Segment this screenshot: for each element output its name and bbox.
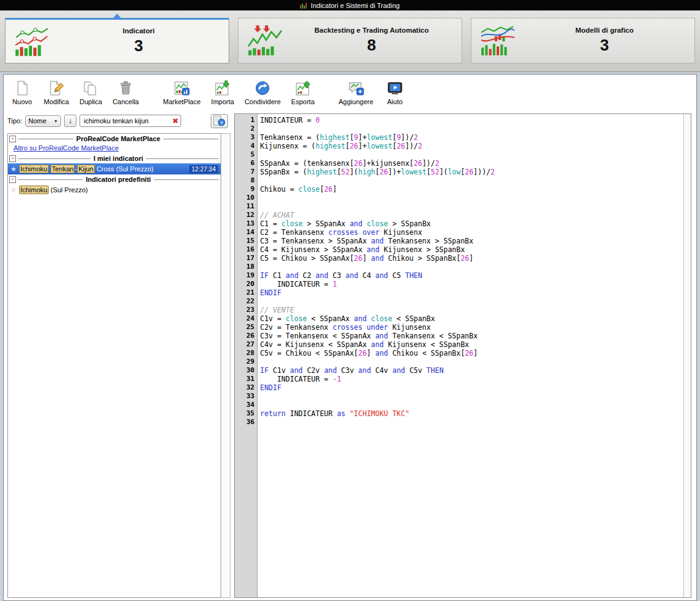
- list-scrollbar[interactable]: [221, 133, 230, 598]
- editor-scrollbar[interactable]: [683, 114, 691, 597]
- divider: [18, 139, 73, 139]
- toolbar: Nuovo Modifica Duplica Cancella MarketPl…: [4, 75, 696, 109]
- tab-count: 3: [522, 36, 687, 55]
- section-header-my-indicators: - I miei indicatori: [8, 153, 221, 163]
- edit-pencil-icon: [48, 80, 64, 96]
- marketplace-more-link[interactable]: Altro su ProRealCode MarketPlace: [14, 144, 119, 152]
- duplicate-button[interactable]: Duplica: [79, 80, 102, 105]
- marketplace-chart-icon: [174, 80, 190, 96]
- code-search-button[interactable]: ?: [211, 114, 228, 128]
- export-button[interactable]: Esporta: [291, 80, 315, 105]
- sort-direction-button[interactable]: ↓: [64, 115, 76, 127]
- divider: [154, 179, 219, 180]
- tab-count: 3: [56, 36, 221, 55]
- toolbar-label: MarketPlace: [163, 98, 200, 105]
- section-header-predefined: - Indicatori predefiniti: [8, 174, 221, 184]
- section-title: ProRealCode MarketPlace: [75, 135, 161, 142]
- chevron-down-icon: ▼: [54, 119, 58, 123]
- type-label: Tipo:: [7, 117, 22, 125]
- edit-button[interactable]: Modifica: [44, 80, 69, 105]
- toolbar-label: Nuovo: [12, 98, 32, 105]
- tab-indicatori[interactable]: Indicatori 3: [5, 18, 229, 63]
- left-column: Tipo: Nome ▼ ↓ ✖ ? -: [7, 113, 230, 598]
- favorite-star-icon[interactable]: ★: [10, 166, 17, 173]
- trash-icon: [118, 80, 134, 96]
- comment-bubble-icon: [348, 80, 364, 96]
- indicator-item-selected[interactable]: ★ Ichimoku Tenkan-Kijun Cross (Sul Prezz…: [8, 163, 221, 174]
- window-titlebar: Indicatori e Sistemi di Trading: [0, 0, 700, 10]
- svg-text:?: ?: [220, 120, 223, 126]
- tab-label: Modelli di grafico: [522, 27, 687, 34]
- toolbar-label: Cancella: [113, 98, 139, 105]
- chart-models-icon: [479, 25, 517, 57]
- code-lines[interactable]: INDICATEUR = 0Tenkansenx = (highest[9]+l…: [258, 114, 683, 597]
- backtesting-chart-icon: [246, 25, 284, 57]
- import-arrow-icon: [214, 80, 230, 96]
- toolbar-label: Modifica: [44, 98, 69, 105]
- filter-row: Tipo: Nome ▼ ↓ ✖ ?: [7, 113, 230, 128]
- toolbar-label: Condividere: [245, 98, 281, 105]
- toolbar-label: Duplica: [79, 98, 102, 105]
- divider: [18, 179, 83, 180]
- section-title: Indicatori predefiniti: [84, 176, 152, 183]
- tab-chart-models[interactable]: Modelli di grafico 3: [471, 18, 695, 63]
- video-help-icon: [387, 80, 403, 96]
- clear-search-icon[interactable]: ✖: [173, 118, 178, 125]
- new-button[interactable]: Nuovo: [11, 80, 33, 105]
- add-comment-button[interactable]: Aggiungere: [339, 80, 373, 105]
- delete-button[interactable]: Cancella: [113, 80, 139, 105]
- indicator-item-label: Ichimoku Tenkan-Kijun Cross (Sul Prezzo): [19, 165, 153, 173]
- toolbar-label: Aggiungere: [339, 98, 373, 105]
- search-input[interactable]: [83, 117, 173, 125]
- section-title: I miei indicatori: [92, 155, 145, 162]
- panel-content: Tipo: Nome ▼ ↓ ✖ ? -: [4, 109, 696, 600]
- help-button[interactable]: Aiuto: [384, 80, 406, 105]
- import-button[interactable]: Importa: [211, 80, 234, 105]
- toolbar-label: Aiuto: [387, 98, 402, 105]
- share-arrow-icon: [254, 80, 271, 96]
- duplicate-pages-icon: [83, 80, 99, 96]
- toolbar-label: Importa: [211, 98, 234, 105]
- tab-count: 8: [289, 36, 454, 55]
- marketplace-more-row: Altro su ProRealCode MarketPlace: [8, 144, 221, 153]
- indicators-chart-icon: [13, 25, 51, 57]
- document-question-icon: ?: [213, 115, 226, 126]
- app-icon: [300, 2, 307, 9]
- indicator-list-wrap: - ProRealCode MarketPlace Altro su ProRe…: [7, 133, 230, 598]
- indicator-list: - ProRealCode MarketPlace Altro su ProRe…: [7, 133, 221, 598]
- divider: [163, 139, 219, 139]
- code-editor[interactable]: 1234567891011121314151617181920212223242…: [234, 113, 691, 598]
- line-numbers: 1234567891011121314151617181920212223242…: [235, 114, 258, 597]
- favorite-star-outline-icon[interactable]: ☆: [10, 187, 17, 194]
- divider: [18, 158, 91, 159]
- tab-label: Backtesting e Trading Automatico: [289, 27, 454, 34]
- collapse-toggle[interactable]: -: [9, 176, 16, 183]
- section-header-marketplace: - ProRealCode MarketPlace: [8, 134, 221, 144]
- marketplace-button[interactable]: MarketPlace: [163, 80, 200, 105]
- type-select[interactable]: Nome ▼: [25, 115, 61, 127]
- window-title: Indicatori e Sistemi di Trading: [311, 2, 399, 9]
- divider: [146, 158, 219, 159]
- new-document-icon: [14, 80, 30, 96]
- indicator-item-predefined[interactable]: ☆ Ichimoku (Sul Prezzo): [8, 184, 221, 195]
- tab-backtesting[interactable]: Backtesting e Trading Automatico 8: [238, 18, 462, 63]
- tab-label: Indicatori: [56, 27, 221, 35]
- collapse-toggle[interactable]: -: [9, 136, 16, 142]
- item-timestamp: 12:27:34: [189, 165, 218, 173]
- indicator-item-label: Ichimoku (Sul Prezzo): [19, 186, 88, 194]
- type-select-value: Nome: [28, 117, 46, 125]
- export-arrow-icon: [295, 80, 311, 96]
- tab-strip: Indicatori 3 Backtesting e Trading Autom…: [0, 10, 700, 72]
- toolbar-label: Esporta: [291, 98, 315, 105]
- search-field: ✖: [79, 115, 181, 127]
- share-button[interactable]: Condividere: [245, 80, 281, 105]
- collapse-toggle[interactable]: -: [9, 155, 16, 162]
- main-panel: Nuovo Modifica Duplica Cancella MarketPl…: [3, 74, 697, 601]
